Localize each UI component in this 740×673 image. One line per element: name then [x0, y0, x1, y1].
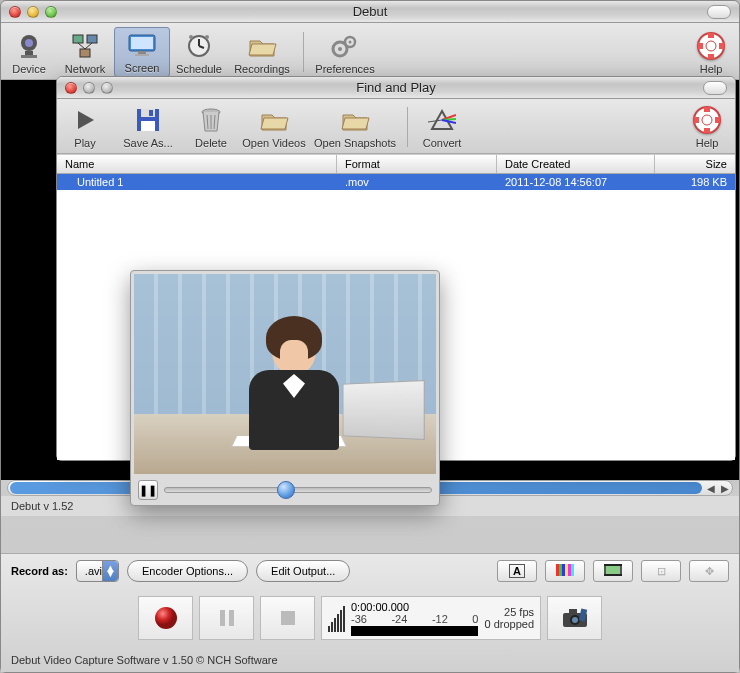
svg-rect-11	[138, 51, 146, 54]
main-titlebar: Debut	[1, 1, 739, 23]
help-button[interactable]: Help	[679, 103, 735, 151]
text-overlay-button[interactable]: A	[497, 560, 537, 582]
clock-icon	[183, 31, 215, 61]
svg-rect-4	[73, 35, 83, 43]
delete-button[interactable]: Delete	[183, 103, 239, 151]
format-selected: .avi	[85, 565, 102, 577]
svg-point-16	[189, 35, 193, 39]
recordings-button[interactable]: Recordings	[227, 29, 297, 77]
footer-text: Debut Video Capture Software v 1.50 © NC…	[1, 650, 739, 672]
svg-rect-46	[149, 110, 153, 116]
camera-icon	[560, 605, 590, 631]
main-toolbar: Device Network Screen Schedule Recording…	[1, 23, 739, 80]
toolbar-toggle-icon[interactable]	[707, 5, 731, 19]
save-as-button[interactable]: Save As...	[113, 103, 183, 151]
format-dropdown[interactable]: .avi ▲▼	[76, 560, 119, 582]
svg-point-40	[572, 617, 578, 623]
preview-seek-slider[interactable]	[164, 487, 432, 493]
fullscreen-button[interactable]: ✥	[689, 560, 729, 582]
svg-rect-24	[556, 564, 559, 576]
recording-meter: 0:00:00.000 -36 -24 -12 0 25 fps 0 dropp…	[321, 596, 541, 640]
scroll-right-icon[interactable]: ▶	[718, 481, 732, 495]
slider-thumb-icon[interactable]	[277, 481, 295, 499]
color-adjust-button[interactable]	[545, 560, 585, 582]
col-name[interactable]: Name	[57, 155, 337, 173]
bottom-panel: Record as: .avi ▲▼ Encoder Options... Ed…	[1, 553, 739, 672]
svg-rect-37	[281, 611, 295, 625]
lifering-icon	[695, 31, 727, 61]
dropdown-arrows-icon: ▲▼	[102, 561, 118, 581]
schedule-button[interactable]: Schedule	[171, 29, 227, 77]
svg-rect-2	[25, 51, 33, 55]
svg-rect-33	[604, 574, 622, 576]
preview-pause-button[interactable]: ❚❚	[138, 480, 158, 500]
folder-open-icon	[339, 105, 371, 135]
sub-titlebar: Find and Play	[57, 77, 735, 99]
open-snapshots-button[interactable]: Open Snapshots	[309, 103, 401, 151]
svg-rect-26	[562, 564, 565, 576]
svg-rect-6	[80, 49, 90, 57]
svg-point-17	[205, 35, 209, 39]
svg-rect-10	[131, 37, 153, 49]
video-preview-popup: ❚❚	[130, 270, 440, 506]
svg-rect-29	[571, 564, 574, 576]
recordings-label: Recordings	[234, 63, 290, 75]
scroll-left-icon[interactable]: ◀	[704, 481, 718, 495]
meter-dropped: 0 dropped	[484, 618, 534, 630]
text-icon: A	[509, 564, 525, 578]
svg-rect-35	[220, 610, 225, 626]
snapshot-button[interactable]	[547, 596, 602, 640]
level-meter-icon	[328, 604, 345, 632]
webcam-icon	[13, 31, 45, 61]
record-icon	[153, 605, 179, 631]
pause-button[interactable]	[199, 596, 254, 640]
main-title: Debut	[1, 4, 739, 19]
preferences-button[interactable]: Preferences	[310, 29, 380, 77]
toolbar-toggle-icon[interactable]	[703, 81, 727, 95]
svg-rect-5	[87, 35, 97, 43]
prism-icon	[426, 105, 458, 135]
svg-rect-25	[559, 564, 562, 576]
network-label: Network	[65, 63, 105, 75]
col-date[interactable]: Date Created	[497, 155, 655, 173]
sub-toolbar: Play Save As... Delete Open Videos Open …	[57, 99, 735, 154]
crop-button[interactable]: ⊡	[641, 560, 681, 582]
crop-icon: ⊡	[657, 565, 666, 578]
table-row[interactable]: Untitled 1 .mov 2011-12-08 14:56:07 198 …	[57, 174, 735, 190]
record-button[interactable]	[138, 596, 193, 640]
screen-button[interactable]: Screen	[114, 27, 170, 77]
device-label: Device	[12, 63, 46, 75]
network-icon	[69, 31, 101, 61]
network-button[interactable]: Network	[57, 29, 113, 77]
svg-point-34	[155, 607, 177, 629]
help-label: Help	[700, 63, 723, 75]
svg-rect-31	[606, 566, 620, 574]
svg-rect-36	[229, 610, 234, 626]
gears-icon	[329, 31, 361, 61]
help-button[interactable]: Help	[683, 29, 739, 77]
meter-time: 0:00:00.000	[351, 601, 478, 613]
edit-output-button[interactable]: Edit Output...	[256, 560, 350, 582]
folder-open-icon	[258, 105, 290, 135]
play-button[interactable]: Play	[57, 103, 113, 151]
device-button[interactable]: Device	[1, 29, 57, 77]
open-videos-button[interactable]: Open Videos	[239, 103, 309, 151]
trash-icon	[195, 105, 227, 135]
col-format[interactable]: Format	[337, 155, 497, 173]
convert-button[interactable]: Convert	[414, 103, 470, 151]
svg-point-20	[338, 47, 342, 51]
encoder-options-button[interactable]: Encoder Options...	[127, 560, 248, 582]
pause-icon: ❚❚	[139, 484, 157, 497]
col-size[interactable]: Size	[655, 155, 735, 173]
sub-title: Find and Play	[57, 80, 735, 95]
effects-button[interactable]	[593, 560, 633, 582]
svg-point-23	[706, 41, 716, 51]
stop-button[interactable]	[260, 596, 315, 640]
record-as-label: Record as:	[11, 565, 68, 577]
folder-open-icon	[246, 31, 278, 61]
lifering-icon	[691, 105, 723, 135]
screen-icon	[126, 30, 158, 60]
video-preview-frame	[134, 274, 436, 474]
svg-line-7	[78, 43, 85, 49]
svg-rect-27	[565, 564, 568, 576]
